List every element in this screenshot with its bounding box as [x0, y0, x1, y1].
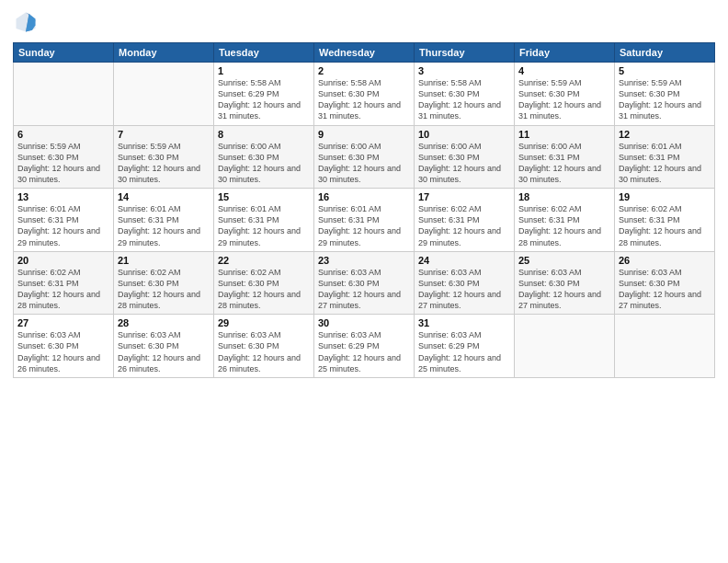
- day-info: Sunrise: 6:02 AM Sunset: 6:31 PM Dayligh…: [619, 203, 711, 248]
- day-info: Sunrise: 6:02 AM Sunset: 6:31 PM Dayligh…: [418, 203, 510, 248]
- day-number: 4: [518, 65, 610, 76]
- calendar-cell: 17Sunrise: 6:02 AM Sunset: 6:31 PM Dayli…: [415, 189, 515, 252]
- day-number: 9: [318, 129, 410, 140]
- day-info: Sunrise: 6:03 AM Sunset: 6:30 PM Dayligh…: [118, 329, 210, 374]
- calendar-cell: 6Sunrise: 5:59 AM Sunset: 6:30 PM Daylig…: [14, 125, 114, 189]
- calendar-cell: 11Sunrise: 6:00 AM Sunset: 6:31 PM Dayli…: [515, 125, 615, 189]
- day-number: 30: [318, 317, 410, 328]
- day-info: Sunrise: 6:03 AM Sunset: 6:30 PM Dayligh…: [518, 267, 610, 312]
- calendar-cell: 2Sunrise: 5:58 AM Sunset: 6:30 PM Daylig…: [314, 63, 415, 126]
- day-number: 26: [619, 255, 711, 266]
- calendar-cell: 27Sunrise: 6:03 AM Sunset: 6:30 PM Dayli…: [14, 315, 114, 378]
- calendar-table: SundayMondayTuesdayWednesdayThursdayFrid…: [13, 42, 715, 378]
- calendar-cell: 31Sunrise: 6:03 AM Sunset: 6:29 PM Dayli…: [415, 315, 515, 378]
- day-info: Sunrise: 6:00 AM Sunset: 6:30 PM Dayligh…: [418, 141, 510, 186]
- calendar-cell: 4Sunrise: 5:59 AM Sunset: 6:30 PM Daylig…: [515, 63, 615, 126]
- calendar-cell: 7Sunrise: 5:59 AM Sunset: 6:30 PM Daylig…: [114, 125, 214, 189]
- calendar-cell: 12Sunrise: 6:01 AM Sunset: 6:31 PM Dayli…: [615, 125, 715, 189]
- day-number: 15: [218, 191, 310, 202]
- calendar-cell: 10Sunrise: 6:00 AM Sunset: 6:30 PM Dayli…: [415, 125, 515, 189]
- day-info: Sunrise: 6:01 AM Sunset: 6:31 PM Dayligh…: [318, 203, 410, 248]
- day-info: Sunrise: 5:58 AM Sunset: 6:29 PM Dayligh…: [218, 77, 310, 122]
- day-info: Sunrise: 6:00 AM Sunset: 6:31 PM Dayligh…: [518, 141, 610, 186]
- header: [13, 9, 715, 35]
- calendar-cell: 24Sunrise: 6:03 AM Sunset: 6:30 PM Dayli…: [415, 251, 515, 315]
- calendar-cell: 5Sunrise: 5:59 AM Sunset: 6:30 PM Daylig…: [615, 63, 715, 126]
- day-info: Sunrise: 6:02 AM Sunset: 6:30 PM Dayligh…: [118, 267, 210, 312]
- day-info: Sunrise: 5:58 AM Sunset: 6:30 PM Dayligh…: [318, 77, 410, 122]
- calendar-cell: 20Sunrise: 6:02 AM Sunset: 6:31 PM Dayli…: [14, 251, 114, 315]
- day-number: 31: [418, 317, 510, 328]
- day-number: 8: [218, 129, 310, 140]
- page: SundayMondayTuesdayWednesdayThursdayFrid…: [0, 0, 728, 563]
- day-info: Sunrise: 6:03 AM Sunset: 6:30 PM Dayligh…: [318, 267, 410, 312]
- day-number: 6: [17, 129, 109, 140]
- weekday-header-sunday: Sunday: [14, 43, 114, 63]
- calendar-cell: 13Sunrise: 6:01 AM Sunset: 6:31 PM Dayli…: [14, 189, 114, 252]
- day-info: Sunrise: 6:03 AM Sunset: 6:30 PM Dayligh…: [17, 329, 109, 374]
- day-number: 17: [418, 191, 510, 202]
- calendar-cell: 29Sunrise: 6:03 AM Sunset: 6:30 PM Dayli…: [214, 315, 314, 378]
- day-info: Sunrise: 6:00 AM Sunset: 6:30 PM Dayligh…: [318, 141, 410, 186]
- day-info: Sunrise: 6:01 AM Sunset: 6:31 PM Dayligh…: [17, 203, 109, 248]
- day-number: 10: [418, 129, 510, 140]
- calendar-week-row: 6Sunrise: 5:59 AM Sunset: 6:30 PM Daylig…: [14, 125, 715, 189]
- day-info: Sunrise: 6:03 AM Sunset: 6:30 PM Dayligh…: [418, 267, 510, 312]
- day-info: Sunrise: 5:59 AM Sunset: 6:30 PM Dayligh…: [118, 141, 210, 186]
- logo: [13, 9, 40, 35]
- day-number: 28: [118, 317, 210, 328]
- day-number: 7: [118, 129, 210, 140]
- day-info: Sunrise: 5:58 AM Sunset: 6:30 PM Dayligh…: [418, 77, 510, 122]
- calendar-cell: 30Sunrise: 6:03 AM Sunset: 6:29 PM Dayli…: [314, 315, 415, 378]
- calendar-cell: 28Sunrise: 6:03 AM Sunset: 6:30 PM Dayli…: [114, 315, 214, 378]
- day-number: 11: [518, 129, 610, 140]
- day-info: Sunrise: 6:01 AM Sunset: 6:31 PM Dayligh…: [619, 141, 711, 186]
- calendar-week-row: 20Sunrise: 6:02 AM Sunset: 6:31 PM Dayli…: [14, 251, 715, 315]
- weekday-header-tuesday: Tuesday: [214, 43, 314, 63]
- weekday-header-wednesday: Wednesday: [314, 43, 415, 63]
- day-info: Sunrise: 6:01 AM Sunset: 6:31 PM Dayligh…: [118, 203, 210, 248]
- day-info: Sunrise: 5:59 AM Sunset: 6:30 PM Dayligh…: [619, 77, 711, 122]
- day-number: 21: [118, 255, 210, 266]
- day-info: Sunrise: 6:03 AM Sunset: 6:30 PM Dayligh…: [218, 329, 310, 374]
- calendar-cell: 8Sunrise: 6:00 AM Sunset: 6:30 PM Daylig…: [214, 125, 314, 189]
- calendar-cell: 25Sunrise: 6:03 AM Sunset: 6:30 PM Dayli…: [515, 251, 615, 315]
- day-number: 16: [318, 191, 410, 202]
- day-info: Sunrise: 6:03 AM Sunset: 6:29 PM Dayligh…: [318, 329, 410, 374]
- day-number: 23: [318, 255, 410, 266]
- day-number: 3: [418, 65, 510, 76]
- calendar-cell: [14, 63, 114, 126]
- weekday-header-monday: Monday: [114, 43, 214, 63]
- calendar-cell: [615, 315, 715, 378]
- calendar-week-row: 1Sunrise: 5:58 AM Sunset: 6:29 PM Daylig…: [14, 63, 715, 126]
- day-number: 25: [518, 255, 610, 266]
- calendar-cell: 21Sunrise: 6:02 AM Sunset: 6:30 PM Dayli…: [114, 251, 214, 315]
- day-info: Sunrise: 6:00 AM Sunset: 6:30 PM Dayligh…: [218, 141, 310, 186]
- day-number: 12: [619, 129, 711, 140]
- day-info: Sunrise: 6:02 AM Sunset: 6:31 PM Dayligh…: [518, 203, 610, 248]
- day-number: 2: [318, 65, 410, 76]
- calendar-cell: 3Sunrise: 5:58 AM Sunset: 6:30 PM Daylig…: [415, 63, 515, 126]
- day-info: Sunrise: 6:03 AM Sunset: 6:30 PM Dayligh…: [619, 267, 711, 312]
- day-number: 1: [218, 65, 310, 76]
- day-number: 5: [619, 65, 711, 76]
- calendar-week-row: 13Sunrise: 6:01 AM Sunset: 6:31 PM Dayli…: [14, 189, 715, 252]
- day-number: 29: [218, 317, 310, 328]
- calendar-cell: 22Sunrise: 6:02 AM Sunset: 6:30 PM Dayli…: [214, 251, 314, 315]
- day-info: Sunrise: 6:03 AM Sunset: 6:29 PM Dayligh…: [418, 329, 510, 374]
- calendar-week-row: 27Sunrise: 6:03 AM Sunset: 6:30 PM Dayli…: [14, 315, 715, 378]
- day-number: 14: [118, 191, 210, 202]
- weekday-header-row: SundayMondayTuesdayWednesdayThursdayFrid…: [14, 43, 715, 63]
- day-number: 27: [17, 317, 109, 328]
- day-number: 19: [619, 191, 711, 202]
- day-number: 13: [17, 191, 109, 202]
- calendar-cell: 26Sunrise: 6:03 AM Sunset: 6:30 PM Dayli…: [615, 251, 715, 315]
- weekday-header-friday: Friday: [515, 43, 615, 63]
- day-number: 20: [17, 255, 109, 266]
- calendar-cell: 23Sunrise: 6:03 AM Sunset: 6:30 PM Dayli…: [314, 251, 415, 315]
- calendar-cell: [114, 63, 214, 126]
- day-number: 24: [418, 255, 510, 266]
- day-info: Sunrise: 5:59 AM Sunset: 6:30 PM Dayligh…: [17, 141, 109, 186]
- calendar-cell: 16Sunrise: 6:01 AM Sunset: 6:31 PM Dayli…: [314, 189, 415, 252]
- weekday-header-saturday: Saturday: [615, 43, 715, 63]
